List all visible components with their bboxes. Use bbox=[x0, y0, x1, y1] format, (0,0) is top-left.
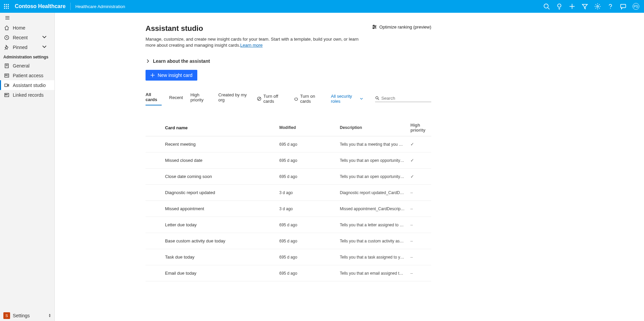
sub-title[interactable]: Healthcare Administration bbox=[71, 4, 125, 9]
cell-description: Tells you that a custom activity assigne… bbox=[337, 233, 408, 249]
cell-description: Tells you that a task assigned to you is… bbox=[337, 249, 408, 265]
table-row[interactable]: Base custom activity due today695 d agoT… bbox=[146, 233, 431, 249]
app-launcher-icon[interactable] bbox=[3, 3, 10, 10]
sidebar-item-assistant[interactable]: Assistant studio bbox=[0, 80, 54, 90]
svg-point-33 bbox=[5, 94, 6, 95]
sidebar-label: General bbox=[13, 63, 30, 68]
svg-point-28 bbox=[6, 75, 7, 76]
cell-description: Tells you that a letter assigned to you … bbox=[337, 217, 408, 233]
sidebar-settings[interactable]: S Settings ▲▼ bbox=[0, 310, 54, 321]
cell-modified: 695 d ago bbox=[277, 233, 337, 249]
table-row[interactable]: Recent meeting695 d agoTells you that a … bbox=[146, 136, 431, 152]
table-row[interactable]: Close date coming soon695 d agoTells you… bbox=[146, 169, 431, 185]
cell-card-name: Base custom activity due today bbox=[162, 233, 277, 249]
add-icon[interactable] bbox=[569, 3, 575, 10]
sidebar-item-general[interactable]: General bbox=[0, 61, 54, 71]
svg-rect-31 bbox=[5, 84, 7, 87]
learn-about-toggle[interactable]: Learn about the assistant bbox=[146, 58, 431, 64]
cell-card-name: Letter due today bbox=[162, 217, 277, 233]
cell-high-priority: – bbox=[408, 217, 431, 233]
cell-description: Tells you that an email assigned to you … bbox=[337, 265, 408, 281]
gear-icon[interactable] bbox=[594, 3, 601, 10]
svg-point-11 bbox=[558, 4, 561, 7]
sidebar-item-home[interactable]: Home bbox=[0, 23, 54, 33]
svg-point-18 bbox=[610, 8, 611, 9]
cell-modified: 695 d ago bbox=[277, 136, 337, 152]
search-icon[interactable] bbox=[543, 3, 550, 10]
svg-rect-6 bbox=[4, 8, 5, 9]
tab-created-by-org[interactable]: Created by my org bbox=[218, 92, 250, 105]
sidebar-label: Assistant studio bbox=[13, 83, 46, 88]
sidebar-label: Patient access bbox=[13, 73, 43, 78]
cmd-turn-on-cards[interactable]: Turn on cards bbox=[294, 94, 324, 104]
cell-high-priority: – bbox=[408, 249, 431, 265]
th-card-name[interactable]: Card name bbox=[162, 119, 277, 136]
cell-high-priority: ✓ bbox=[408, 136, 431, 152]
sidebar-label: Linked records bbox=[13, 92, 44, 98]
cell-card-name: Recent meeting bbox=[162, 136, 277, 152]
hamburger-icon[interactable] bbox=[0, 13, 54, 23]
table-row[interactable]: Email due today695 d agoTells you that a… bbox=[146, 265, 431, 281]
new-insight-card-button[interactable]: New insight card bbox=[146, 70, 197, 81]
cell-high-priority: – bbox=[408, 185, 431, 201]
table-row[interactable]: Task due today695 d agoTells you that a … bbox=[146, 249, 431, 265]
cell-modified: 3 d ago bbox=[277, 201, 337, 217]
tab-high-priority[interactable]: High priority bbox=[190, 92, 211, 105]
tab-recent[interactable]: Recent bbox=[169, 95, 183, 103]
sidebar-item-linked[interactable]: Linked records bbox=[0, 90, 54, 100]
updown-icon: ▲▼ bbox=[48, 314, 51, 318]
cell-modified: 695 d ago bbox=[277, 217, 337, 233]
table-row[interactable]: Diagnostic report updated3 d agoDiagnost… bbox=[146, 185, 431, 201]
th-high-priority[interactable]: High priority bbox=[408, 119, 431, 136]
svg-rect-27 bbox=[5, 74, 9, 77]
bulb-icon[interactable] bbox=[556, 3, 563, 10]
role-filter-dropdown[interactable]: All security roles bbox=[331, 94, 363, 104]
tab-all-cards[interactable]: All cards bbox=[146, 92, 162, 105]
sidebar-item-recent[interactable]: Recent bbox=[0, 33, 54, 42]
svg-point-9 bbox=[544, 4, 549, 8]
th-description[interactable]: Description bbox=[337, 119, 408, 136]
svg-rect-1 bbox=[6, 4, 7, 5]
sidebar-label: Home bbox=[13, 25, 25, 31]
sidebar-item-patient[interactable]: Patient access bbox=[0, 71, 54, 80]
search-input[interactable] bbox=[381, 96, 431, 101]
svg-point-34 bbox=[7, 94, 7, 95]
th-modified[interactable]: Modified bbox=[277, 119, 337, 136]
cell-description: Tells you that a meeting that you organi… bbox=[337, 136, 408, 152]
sidebar-item-pinned[interactable]: Pinned bbox=[0, 42, 54, 52]
cell-card-name: Email due today bbox=[162, 265, 277, 281]
chevron-down-icon bbox=[42, 44, 50, 50]
cell-card-name: Missed closed date bbox=[162, 152, 277, 169]
turn-off-label: Turn off cards bbox=[264, 94, 287, 104]
cell-high-priority: ✓ bbox=[408, 152, 431, 169]
svg-rect-4 bbox=[6, 6, 7, 7]
svg-line-44 bbox=[258, 98, 260, 100]
chat-icon[interactable] bbox=[620, 3, 627, 10]
cell-card-name: Task due today bbox=[162, 249, 277, 265]
cell-card-name: Missed appointment bbox=[162, 201, 277, 217]
table-row[interactable]: Missed appointment3 d agoMissed appointm… bbox=[146, 201, 431, 217]
cell-description: Tells you that an open opportunity will … bbox=[337, 169, 408, 185]
svg-point-45 bbox=[376, 97, 378, 99]
page-description: Manage, customize, and create new insigh… bbox=[146, 36, 361, 48]
cell-modified: 3 d ago bbox=[277, 185, 337, 201]
main-area: Assistant studio Optimize ranking (previ… bbox=[55, 13, 644, 321]
turn-on-label: Turn on cards bbox=[300, 94, 323, 104]
search-box[interactable] bbox=[375, 96, 431, 102]
optimize-ranking-label: Optimize ranking (preview) bbox=[379, 25, 431, 30]
optimize-ranking-link[interactable]: Optimize ranking (preview) bbox=[372, 24, 431, 30]
filter-icon[interactable] bbox=[581, 3, 588, 10]
learn-more-link[interactable]: Learn more bbox=[240, 43, 263, 48]
learn-about-label: Learn about the assistant bbox=[153, 58, 210, 64]
cell-description: Missed appointment_CardDescription bbox=[337, 201, 408, 217]
cmd-turn-off-cards[interactable]: Turn off cards bbox=[257, 94, 286, 104]
help-icon[interactable] bbox=[607, 3, 614, 10]
table-row[interactable]: Missed closed date695 d agoTells you tha… bbox=[146, 152, 431, 169]
brand-title[interactable]: Contoso Healthcare bbox=[15, 3, 71, 10]
sidebar-label: Settings bbox=[13, 313, 30, 318]
svg-marker-16 bbox=[582, 4, 588, 9]
cell-description: Tells you that an open opportunity has p… bbox=[337, 152, 408, 169]
user-avatar[interactable]: PS bbox=[633, 3, 639, 10]
table-row[interactable]: Letter due today695 d agoTells you that … bbox=[146, 217, 431, 233]
cell-modified: 695 d ago bbox=[277, 169, 337, 185]
